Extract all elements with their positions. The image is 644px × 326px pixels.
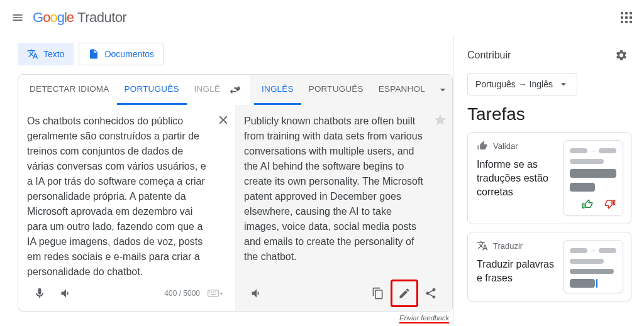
menu-icon bbox=[11, 11, 24, 24]
task-card-validate[interactable]: Validar Informe se as traduções estão co… bbox=[467, 132, 631, 224]
copy-button[interactable] bbox=[365, 281, 391, 306]
contribute-language-pair[interactable]: Português → Inglês bbox=[467, 73, 577, 95]
thumb-down-icon bbox=[604, 198, 616, 210]
tab-text[interactable]: Texto bbox=[18, 43, 74, 65]
task-type-translate: Traduzir bbox=[477, 240, 557, 251]
svg-rect-0 bbox=[208, 290, 219, 297]
swap-languages[interactable] bbox=[220, 75, 250, 105]
keyboard-button[interactable]: ▾ bbox=[204, 285, 226, 302]
clear-source[interactable] bbox=[213, 112, 228, 128]
save-translation[interactable] bbox=[430, 112, 445, 128]
source-pane: Os chatbots conhecidos do público geralm… bbox=[18, 105, 235, 311]
svg-rect-2 bbox=[211, 291, 213, 293]
settings-button[interactable] bbox=[611, 45, 631, 65]
translate-icon bbox=[27, 48, 38, 60]
svg-rect-5 bbox=[211, 295, 216, 296]
tab-documents[interactable]: Documentos bbox=[79, 43, 164, 65]
speaker-icon bbox=[250, 287, 263, 300]
task-type-validate: Validar bbox=[477, 140, 557, 151]
chevron-down-icon bbox=[558, 79, 569, 90]
mic-icon bbox=[33, 287, 46, 300]
task-card-translate[interactable]: Traduzir Traduzir palavras e frases → bbox=[467, 232, 631, 302]
svg-rect-3 bbox=[213, 291, 214, 293]
validate-icon bbox=[477, 140, 488, 151]
chevron-down-icon: ▾ bbox=[220, 291, 223, 296]
share-button[interactable] bbox=[418, 281, 443, 306]
chevron-down-icon bbox=[436, 84, 449, 96]
tgt-tab-spanish[interactable]: ESPANHOL bbox=[371, 75, 433, 105]
tgt-more-languages[interactable] bbox=[433, 75, 453, 105]
target-text: Publicly known chatbots are often built … bbox=[244, 114, 443, 280]
hamburger-menu[interactable] bbox=[5, 5, 30, 30]
product-name: Tradutor bbox=[77, 9, 126, 26]
document-icon bbox=[88, 48, 99, 60]
tab-documents-label: Documentos bbox=[104, 49, 154, 59]
char-count: 400 / 5000 bbox=[164, 289, 200, 298]
language-pair-label: Português → Inglês bbox=[475, 79, 553, 89]
contribute-title: Contribuir bbox=[467, 50, 511, 61]
speaker-icon bbox=[60, 287, 72, 300]
tab-text-label: Texto bbox=[43, 49, 64, 59]
copy-icon bbox=[372, 287, 384, 300]
task-illustration: → bbox=[563, 240, 623, 293]
task-title-translate: Traduzir palavras e frases bbox=[477, 258, 557, 285]
listen-target[interactable] bbox=[244, 281, 269, 306]
target-pane: Publicly known chatbots are often built … bbox=[235, 105, 452, 311]
task-illustration: → bbox=[563, 140, 623, 216]
star-icon bbox=[433, 113, 447, 127]
close-icon bbox=[216, 113, 230, 127]
svg-rect-4 bbox=[215, 291, 216, 293]
mic-button[interactable] bbox=[27, 281, 52, 306]
google-logo: Google bbox=[33, 9, 74, 26]
task-title-validate: Informe se as traduções estão corretas bbox=[477, 158, 557, 199]
tgt-tab-portuguese[interactable]: PORTUGUÊS bbox=[301, 75, 371, 105]
swap-icon bbox=[228, 83, 242, 97]
apps-button[interactable] bbox=[614, 5, 639, 30]
apps-icon bbox=[621, 12, 632, 23]
translate-icon bbox=[477, 240, 488, 251]
translate-card: DETECTAR IDIOMA PORTUGUÊS INGLÊ INGLÊS P… bbox=[18, 74, 453, 312]
src-tab-detect[interactable]: DETECTAR IDIOMA bbox=[22, 75, 117, 105]
source-text[interactable]: Os chatbots conhecidos do público geralm… bbox=[27, 114, 226, 280]
gear-icon bbox=[615, 49, 628, 62]
send-feedback[interactable]: Enviar feedback bbox=[399, 314, 449, 323]
keyboard-icon bbox=[208, 289, 219, 298]
svg-rect-1 bbox=[209, 291, 211, 293]
thumb-up-icon bbox=[582, 198, 593, 210]
share-icon bbox=[425, 287, 437, 300]
suggest-edit[interactable] bbox=[392, 281, 417, 306]
tgt-tab-english[interactable]: INGLÊS bbox=[254, 75, 301, 105]
src-tab-portuguese[interactable]: PORTUGUÊS bbox=[117, 75, 187, 105]
pencil-icon bbox=[398, 287, 411, 300]
tasks-heading: Tarefas bbox=[467, 104, 631, 124]
listen-source[interactable] bbox=[53, 281, 79, 306]
